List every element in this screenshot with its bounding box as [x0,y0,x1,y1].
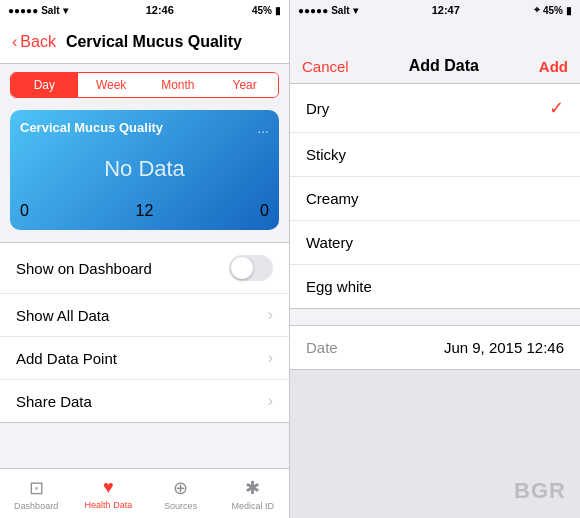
segment-day[interactable]: Day [11,73,78,97]
option-egg-white[interactable]: Egg white [290,265,580,308]
signal-dots-right: ●●●●● [298,5,328,16]
show-on-dashboard-row[interactable]: Show on Dashboard [0,243,289,294]
chart-area: Cervical Mucus Quality ... No Data 0 12 … [10,110,279,230]
no-data-label: No Data [20,139,269,198]
checkmark-icon: ✓ [549,97,564,119]
option-egg-white-label: Egg white [306,278,372,295]
segment-control[interactable]: Day Week Month Year [10,72,279,98]
battery-pct-right: 45% [543,5,563,16]
left-panel: ●●●●● Salt ▾ 12:46 45% ▮ ‹ Back Cervical… [0,0,290,518]
wifi-icon-right: ▾ [353,5,358,16]
carrier-name-left: Salt [41,5,59,16]
battery-icon-right: ▮ [566,5,572,16]
date-field-value: Jun 9, 2015 12:46 [444,339,564,356]
chevron-right-icon-2: › [268,349,273,367]
back-button[interactable]: ‹ Back [12,33,56,51]
x-label-1: 12 [136,202,154,220]
show-on-dashboard-label: Show on Dashboard [16,260,152,277]
add-data-title: Add Data [349,57,539,75]
add-button[interactable]: Add [539,58,568,75]
chevron-left-icon: ‹ [12,33,17,51]
date-field-label: Date [306,339,338,356]
add-data-point-label: Add Data Point [16,350,117,367]
options-section: Dry ✓ Sticky Creamy Watery Egg white [290,84,580,309]
x-label-0: 0 [20,202,29,220]
page-title: Cervical Mucus Quality [66,33,242,51]
tab-dashboard[interactable]: ⊡ Dashboard [0,477,72,511]
spacer [290,309,580,317]
time-left: 12:46 [146,4,174,16]
settings-list: Show on Dashboard Show All Data › Add Da… [0,242,289,423]
wifi-icon: ▾ [63,5,68,16]
tab-health-data[interactable]: ♥ Health Data [72,477,144,510]
option-creamy-label: Creamy [306,190,359,207]
share-data-label: Share Data [16,393,92,410]
toggle-knob [231,257,253,279]
dashboard-icon: ⊡ [29,477,44,499]
tab-health-data-label: Health Data [85,500,133,510]
status-bar-left: ●●●●● Salt ▾ 12:46 45% ▮ [0,0,289,20]
show-all-data-row[interactable]: Show All Data › [0,294,289,337]
nav-bar-left: ‹ Back Cervical Mucus Quality [0,20,289,64]
health-data-icon: ♥ [103,477,114,498]
carrier-left: ●●●●● Salt ▾ [8,5,68,16]
medical-id-icon: ✱ [245,477,260,499]
option-creamy[interactable]: Creamy [290,177,580,221]
battery-icon-left: ▮ [275,5,281,16]
time-right: 12:47 [432,4,460,16]
carrier-name-right: Salt [331,5,349,16]
chart-title: Cervical Mucus Quality [20,120,269,135]
tab-bar: ⊡ Dashboard ♥ Health Data ⊕ Sources ✱ Me… [0,468,289,518]
status-bar-right: ●●●●● Salt ▾ 12:47 ⌖ 45% ▮ [290,0,580,20]
option-dry-label: Dry [306,100,329,117]
tab-sources[interactable]: ⊕ Sources [145,477,217,511]
location-icon: ⌖ [534,4,540,16]
tab-sources-label: Sources [164,501,197,511]
tab-medical-id[interactable]: ✱ Medical ID [217,477,289,511]
sources-icon: ⊕ [173,477,188,499]
tab-dashboard-label: Dashboard [14,501,58,511]
cancel-button[interactable]: Cancel [302,58,349,75]
chart-more-icon[interactable]: ... [257,120,269,136]
back-label[interactable]: Back [20,33,56,51]
chevron-right-icon-3: › [268,392,273,410]
option-sticky[interactable]: Sticky [290,133,580,177]
battery-pct-left: 45% [252,5,272,16]
option-dry[interactable]: Dry ✓ [290,84,580,133]
segment-month[interactable]: Month [145,73,212,97]
segment-week[interactable]: Week [78,73,145,97]
empty-area [290,370,580,518]
battery-right: ⌖ 45% ▮ [534,4,572,16]
battery-left: 45% ▮ [252,5,281,16]
chart-x-axis: 0 12 0 [20,202,269,220]
option-watery[interactable]: Watery [290,221,580,265]
right-panel: ●●●●● Salt ▾ 12:47 ⌖ 45% ▮ Cancel Add Da… [290,0,580,518]
option-sticky-label: Sticky [306,146,346,163]
tab-medical-id-label: Medical ID [232,501,275,511]
chevron-right-icon: › [268,306,273,324]
option-watery-label: Watery [306,234,353,251]
segment-year[interactable]: Year [211,73,278,97]
share-data-row[interactable]: Share Data › [0,380,289,422]
nav-bar-right: Cancel Add Data Add [290,20,580,84]
show-all-data-label: Show All Data [16,307,109,324]
x-label-2: 0 [260,202,269,220]
carrier-right: ●●●●● Salt ▾ [298,5,358,16]
signal-dots: ●●●●● [8,5,38,16]
show-on-dashboard-toggle[interactable] [229,255,273,281]
add-data-point-row[interactable]: Add Data Point › [0,337,289,380]
date-row[interactable]: Date Jun 9, 2015 12:46 [290,325,580,370]
